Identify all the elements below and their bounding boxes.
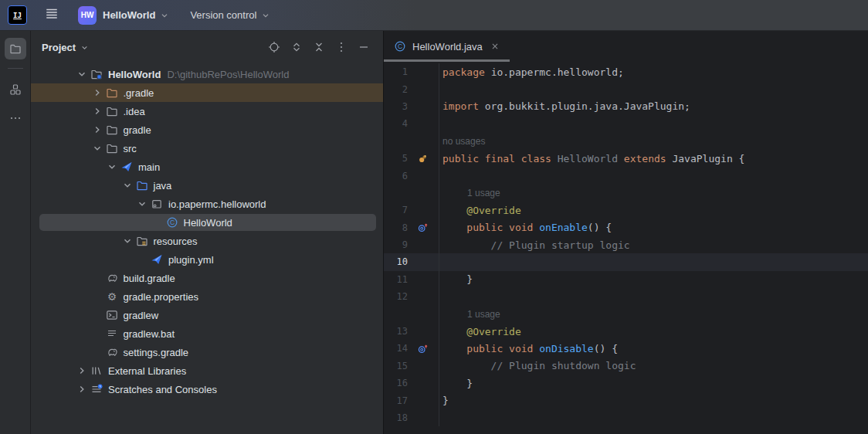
- code-line-4[interactable]: 4: [384, 115, 868, 132]
- token: import: [442, 100, 485, 112]
- hide-button[interactable]: [358, 39, 374, 55]
- code-line-13[interactable]: 13 @Override: [384, 323, 868, 340]
- paper-plane-icon: [150, 253, 164, 266]
- tree-item-scratches-and-consoles[interactable]: Scratches and Consoles: [31, 380, 383, 398]
- project-panel-title[interactable]: Project: [42, 42, 76, 53]
- line-number: 2: [384, 84, 415, 95]
- code-text: [439, 253, 868, 270]
- tree-item-gradlew-bat[interactable]: gradlew.bat: [31, 324, 383, 343]
- stripe-button-structure[interactable]: [5, 79, 26, 100]
- tree-item-build-gradle[interactable]: build.gradle: [31, 269, 383, 287]
- project-badge: HW: [78, 6, 97, 25]
- chevron-down-icon[interactable]: [90, 142, 105, 154]
- collapse-all-icon: [312, 41, 326, 53]
- code-line-15[interactable]: 15 // Plugin shutdown logic: [384, 358, 868, 375]
- tree-item-label: .idea: [124, 106, 145, 117]
- tree-item-label: io.papermc.helloworld: [168, 198, 266, 210]
- code-line-14[interactable]: 14 public void onDisable() {: [384, 340, 868, 357]
- code-line-1[interactable]: 1package io.papermc.helloworld;: [384, 63, 868, 80]
- code-line-10[interactable]: 10: [384, 253, 868, 270]
- expand-all-icon: [290, 41, 303, 53]
- chevron-down-icon[interactable]: [104, 161, 120, 173]
- code-line-7[interactable]: 7 @Override: [384, 202, 868, 219]
- options-button[interactable]: [336, 39, 351, 55]
- tree-item-external-libraries[interactable]: External Libraries: [31, 361, 383, 380]
- overriding-method-icon[interactable]: [415, 222, 429, 234]
- chevron-down-icon[interactable]: [120, 235, 135, 247]
- code-area[interactable]: 1package io.papermc.helloworld;23import …: [384, 62, 868, 434]
- close-icon[interactable]: [490, 41, 500, 52]
- code-line-18[interactable]: 18: [384, 409, 868, 426]
- tree-item-gradle[interactable]: .gradle: [31, 83, 383, 102]
- overriding-method-icon[interactable]: [415, 342, 429, 354]
- code-line-11[interactable]: 11 }: [384, 271, 868, 288]
- tree-item-gradlew[interactable]: gradlew: [31, 306, 383, 324]
- token: HelloWorld: [558, 153, 618, 164]
- project-widget[interactable]: HelloWorld: [103, 9, 170, 21]
- tree-item-plugin-yml[interactable]: plugin.yml: [31, 250, 383, 269]
- code-line-2[interactable]: 2: [384, 80, 868, 97]
- code-text: }: [439, 271, 868, 288]
- chevron-right-icon[interactable]: [74, 364, 90, 377]
- tree-item-gradle-properties[interactable]: ⚙gradle.properties: [31, 287, 383, 306]
- tree-item-resources[interactable]: resources: [31, 232, 383, 250]
- code-line-17[interactable]: 17}: [384, 392, 868, 409]
- code-line-12[interactable]: 12: [384, 288, 868, 305]
- usages-inlay-hint[interactable]: 1 usage: [442, 188, 500, 198]
- tree-item-main[interactable]: main: [31, 158, 383, 176]
- tree-item-helloworld[interactable]: CHelloWorld: [31, 213, 383, 232]
- tree-item-label: Scratches and Consoles: [108, 384, 217, 395]
- tree-item-label: HelloWorld: [108, 69, 161, 80]
- locate-button[interactable]: [269, 39, 284, 55]
- tree-item-settings-gradle[interactable]: settings.gradle: [31, 343, 383, 361]
- tree-item-java[interactable]: java: [31, 176, 383, 195]
- code-text: [439, 409, 868, 426]
- collapse-all-button[interactable]: [314, 39, 329, 55]
- tree-item-label: gradle.properties: [124, 291, 199, 303]
- tree-item-label: settings.gradle: [124, 347, 189, 358]
- scratches-icon: [90, 383, 103, 395]
- code-line-5[interactable]: 5public final class HelloWorld extends J…: [384, 150, 868, 167]
- code-line-9[interactable]: 9 // Plugin startup logic: [384, 236, 868, 253]
- stripe-button-project-folder[interactable]: [5, 38, 26, 59]
- code-line-6[interactable]: 6: [384, 167, 868, 184]
- chevron-right-icon[interactable]: [90, 86, 105, 99]
- chevron-right-icon[interactable]: [90, 105, 105, 117]
- tree-item-label: resources: [154, 236, 198, 247]
- main-menu-button[interactable]: [42, 6, 61, 25]
- chevron-down-icon[interactable]: [134, 198, 150, 210]
- main-toolbar: IJ HW HelloWorld Version control: [0, 0, 868, 31]
- chevron-spacer: [90, 327, 105, 340]
- inlay-hint-row[interactable]: 1 usage: [384, 185, 868, 202]
- usages-inlay-hint[interactable]: 1 usage: [442, 309, 500, 320]
- code-line-8[interactable]: 8 public void onEnable() {: [384, 219, 868, 236]
- tree-item-src[interactable]: src: [31, 139, 383, 158]
- usages-inlay-hint[interactable]: no usages: [442, 136, 485, 147]
- tree-item-io-papermc-helloworld[interactable]: io.papermc.helloworld: [31, 195, 383, 213]
- token: onDisable: [539, 343, 593, 354]
- project-folder-icon: [8, 42, 22, 55]
- editor: C HelloWorld.java 1package io.papermc.he…: [384, 31, 868, 434]
- tab-helloworld-java[interactable]: C HelloWorld.java: [384, 31, 510, 62]
- token: @Override: [442, 326, 521, 337]
- code-text: public void onDisable() {: [439, 340, 868, 357]
- code-line-3[interactable]: 3import org.bukkit.plugin.java.JavaPlugi…: [384, 98, 868, 115]
- inlay-hint-row[interactable]: no usages: [384, 133, 868, 150]
- chevron-down-icon[interactable]: [120, 179, 135, 192]
- minecraft-plugin-icon[interactable]: [415, 152, 429, 164]
- chevron-down-icon[interactable]: [74, 68, 90, 80]
- inlay-hint-row[interactable]: 1 usage: [384, 305, 868, 322]
- code-line-16[interactable]: 16 }: [384, 375, 868, 392]
- tree-item-label: plugin.yml: [168, 254, 214, 266]
- svg-text:C: C: [398, 42, 402, 50]
- tree-item-helloworld[interactable]: HelloWorldD:\githubRePos\HelloWorld: [31, 65, 383, 83]
- chevron-right-icon[interactable]: [74, 383, 90, 395]
- vcs-widget[interactable]: Version control: [190, 9, 271, 21]
- expand-all-button[interactable]: [291, 39, 307, 55]
- token: }: [442, 273, 473, 285]
- chevron-right-icon[interactable]: [90, 124, 105, 136]
- tree-item-idea[interactable]: .idea: [31, 102, 383, 120]
- chevron-down-icon: [80, 42, 90, 53]
- tree-item-gradle[interactable]: gradle: [31, 120, 383, 139]
- stripe-button-more-tool-windows[interactable]: [5, 107, 26, 129]
